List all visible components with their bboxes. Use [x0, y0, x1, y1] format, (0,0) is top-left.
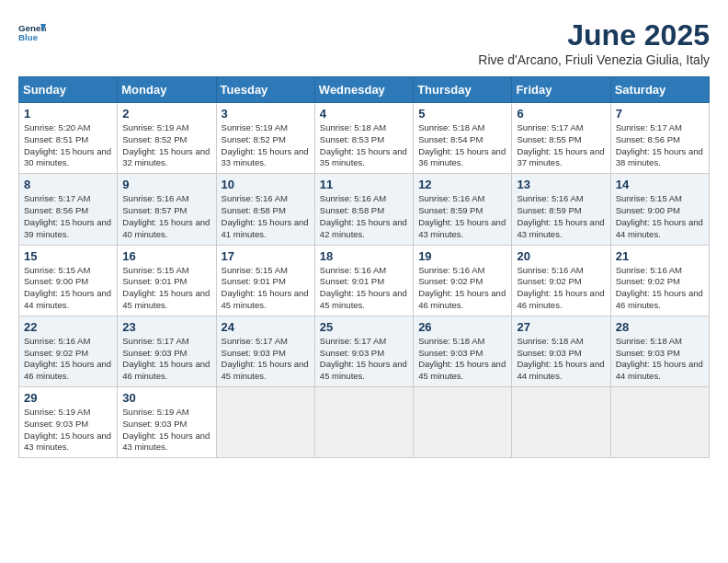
day-number: 18 — [320, 249, 408, 263]
title-area: June 2025 Rive d'Arcano, Friuli Venezia … — [478, 18, 710, 67]
day-number: 14 — [616, 178, 704, 191]
calendar-week-2: 15Sunrise: 5:15 AM Sunset: 9:00 PM Dayli… — [19, 245, 710, 316]
cell-info: Sunrise: 5:15 AM Sunset: 9:00 PM Dayligh… — [616, 193, 704, 240]
day-number: 2 — [122, 107, 210, 121]
calendar-cell-3-6: 28Sunrise: 5:18 AM Sunset: 9:03 PM Dayli… — [610, 316, 709, 386]
cell-info: Sunrise: 5:19 AM Sunset: 8:52 PM Dayligh… — [122, 122, 210, 169]
day-number: 9 — [122, 178, 210, 191]
day-number: 10 — [222, 178, 310, 191]
cell-info: Sunrise: 5:16 AM Sunset: 8:57 PM Dayligh… — [122, 193, 210, 240]
calendar-cell-4-2 — [216, 387, 314, 458]
calendar-cell-0-1: 2Sunrise: 5:19 AM Sunset: 8:52 PM Daylig… — [118, 103, 216, 174]
cell-info: Sunrise: 5:16 AM Sunset: 8:58 PM Dayligh… — [222, 193, 310, 240]
calendar-cell-3-4: 26Sunrise: 5:18 AM Sunset: 9:03 PM Dayli… — [414, 316, 512, 386]
cell-info: Sunrise: 5:17 AM Sunset: 8:56 PM Dayligh… — [24, 193, 112, 240]
cell-info: Sunrise: 5:17 AM Sunset: 9:03 PM Dayligh… — [222, 336, 310, 383]
calendar-cell-3-3: 25Sunrise: 5:17 AM Sunset: 9:03 PM Dayli… — [314, 316, 413, 386]
calendar-cell-3-2: 24Sunrise: 5:17 AM Sunset: 9:03 PM Dayli… — [216, 316, 314, 386]
weekday-header-sunday: Sunday — [19, 77, 118, 103]
logo-icon: General Blue — [18, 18, 46, 46]
location-title: Rive d'Arcano, Friuli Venezia Giulia, It… — [478, 52, 710, 67]
calendar-cell-0-0: 1Sunrise: 5:20 AM Sunset: 8:51 PM Daylig… — [19, 103, 118, 174]
cell-info: Sunrise: 5:18 AM Sunset: 9:03 PM Dayligh… — [418, 336, 506, 383]
day-number: 28 — [616, 320, 704, 334]
calendar-cell-1-6: 14Sunrise: 5:15 AM Sunset: 9:00 PM Dayli… — [610, 174, 709, 245]
calendar-cell-3-0: 22Sunrise: 5:16 AM Sunset: 9:02 PM Dayli… — [19, 316, 118, 386]
calendar-cell-4-1: 30Sunrise: 5:19 AM Sunset: 9:03 PM Dayli… — [118, 387, 216, 458]
cell-info: Sunrise: 5:20 AM Sunset: 8:51 PM Dayligh… — [24, 122, 112, 169]
svg-text:Blue: Blue — [18, 32, 39, 42]
calendar-cell-0-3: 4Sunrise: 5:18 AM Sunset: 8:53 PM Daylig… — [314, 103, 413, 174]
logo: General Blue — [18, 18, 46, 46]
day-number: 1 — [24, 107, 112, 121]
calendar-week-3: 22Sunrise: 5:16 AM Sunset: 9:02 PM Dayli… — [19, 316, 710, 386]
day-number: 19 — [418, 249, 506, 263]
cell-info: Sunrise: 5:15 AM Sunset: 9:01 PM Dayligh… — [222, 265, 310, 312]
calendar-cell-4-4 — [414, 387, 512, 458]
day-number: 6 — [517, 107, 605, 121]
cell-info: Sunrise: 5:19 AM Sunset: 9:03 PM Dayligh… — [122, 407, 210, 454]
cell-info: Sunrise: 5:16 AM Sunset: 8:58 PM Dayligh… — [320, 193, 408, 240]
calendar-cell-4-6 — [610, 387, 709, 458]
month-title: June 2025 — [478, 18, 710, 52]
day-number: 16 — [122, 249, 210, 263]
cell-info: Sunrise: 5:16 AM Sunset: 8:59 PM Dayligh… — [418, 193, 506, 240]
calendar-week-0: 1Sunrise: 5:20 AM Sunset: 8:51 PM Daylig… — [19, 103, 710, 174]
day-number: 23 — [122, 320, 210, 334]
cell-info: Sunrise: 5:17 AM Sunset: 9:03 PM Dayligh… — [122, 336, 210, 383]
cell-info: Sunrise: 5:18 AM Sunset: 9:03 PM Dayligh… — [517, 336, 605, 383]
calendar-cell-0-4: 5Sunrise: 5:18 AM Sunset: 8:54 PM Daylig… — [414, 103, 512, 174]
calendar-body: 1Sunrise: 5:20 AM Sunset: 8:51 PM Daylig… — [19, 103, 710, 458]
day-number: 12 — [418, 178, 506, 191]
calendar-cell-2-5: 20Sunrise: 5:16 AM Sunset: 9:02 PM Dayli… — [512, 245, 610, 316]
cell-info: Sunrise: 5:16 AM Sunset: 9:02 PM Dayligh… — [418, 265, 506, 312]
header: General Blue June 2025 Rive d'Arcano, Fr… — [18, 18, 710, 67]
cell-info: Sunrise: 5:18 AM Sunset: 8:54 PM Dayligh… — [418, 122, 506, 169]
day-number: 20 — [517, 249, 605, 263]
cell-info: Sunrise: 5:17 AM Sunset: 8:55 PM Dayligh… — [517, 122, 605, 169]
day-number: 26 — [418, 320, 506, 334]
weekday-header-friday: Friday — [512, 77, 610, 103]
calendar-cell-1-5: 13Sunrise: 5:16 AM Sunset: 8:59 PM Dayli… — [512, 174, 610, 245]
day-number: 21 — [616, 249, 704, 263]
calendar-cell-3-1: 23Sunrise: 5:17 AM Sunset: 9:03 PM Dayli… — [118, 316, 216, 386]
day-number: 29 — [24, 391, 112, 405]
weekday-header-row: SundayMondayTuesdayWednesdayThursdayFrid… — [19, 77, 710, 103]
day-number: 25 — [320, 320, 408, 334]
day-number: 5 — [418, 107, 506, 121]
weekday-header-monday: Monday — [118, 77, 216, 103]
day-number: 7 — [616, 107, 704, 121]
day-number: 4 — [320, 107, 408, 121]
calendar-cell-1-4: 12Sunrise: 5:16 AM Sunset: 8:59 PM Dayli… — [414, 174, 512, 245]
calendar-table: SundayMondayTuesdayWednesdayThursdayFrid… — [18, 76, 710, 458]
cell-info: Sunrise: 5:17 AM Sunset: 8:56 PM Dayligh… — [616, 122, 704, 169]
calendar-week-4: 29Sunrise: 5:19 AM Sunset: 9:03 PM Dayli… — [19, 387, 710, 458]
cell-info: Sunrise: 5:18 AM Sunset: 8:53 PM Dayligh… — [320, 122, 408, 169]
weekday-header-thursday: Thursday — [414, 77, 512, 103]
cell-info: Sunrise: 5:16 AM Sunset: 8:59 PM Dayligh… — [517, 193, 605, 240]
weekday-header-tuesday: Tuesday — [216, 77, 314, 103]
day-number: 11 — [320, 178, 408, 191]
day-number: 8 — [24, 178, 112, 191]
weekday-header-wednesday: Wednesday — [314, 77, 413, 103]
day-number: 30 — [122, 391, 210, 405]
calendar-cell-0-6: 7Sunrise: 5:17 AM Sunset: 8:56 PM Daylig… — [610, 103, 709, 174]
calendar-cell-4-0: 29Sunrise: 5:19 AM Sunset: 9:03 PM Dayli… — [19, 387, 118, 458]
calendar-cell-3-5: 27Sunrise: 5:18 AM Sunset: 9:03 PM Dayli… — [512, 316, 610, 386]
calendar-cell-4-3 — [314, 387, 413, 458]
calendar-cell-1-0: 8Sunrise: 5:17 AM Sunset: 8:56 PM Daylig… — [19, 174, 118, 245]
weekday-header-saturday: Saturday — [610, 77, 709, 103]
cell-info: Sunrise: 5:15 AM Sunset: 9:00 PM Dayligh… — [24, 265, 112, 312]
calendar-cell-4-5 — [512, 387, 610, 458]
day-number: 3 — [222, 107, 310, 121]
calendar-cell-2-1: 16Sunrise: 5:15 AM Sunset: 9:01 PM Dayli… — [118, 245, 216, 316]
day-number: 22 — [24, 320, 112, 334]
calendar-cell-2-4: 19Sunrise: 5:16 AM Sunset: 9:02 PM Dayli… — [414, 245, 512, 316]
day-number: 24 — [222, 320, 310, 334]
cell-info: Sunrise: 5:16 AM Sunset: 9:02 PM Dayligh… — [24, 336, 112, 383]
calendar-cell-2-3: 18Sunrise: 5:16 AM Sunset: 9:01 PM Dayli… — [314, 245, 413, 316]
cell-info: Sunrise: 5:19 AM Sunset: 8:52 PM Dayligh… — [222, 122, 310, 169]
cell-info: Sunrise: 5:16 AM Sunset: 9:02 PM Dayligh… — [616, 265, 704, 312]
day-number: 27 — [517, 320, 605, 334]
calendar-cell-2-2: 17Sunrise: 5:15 AM Sunset: 9:01 PM Dayli… — [216, 245, 314, 316]
